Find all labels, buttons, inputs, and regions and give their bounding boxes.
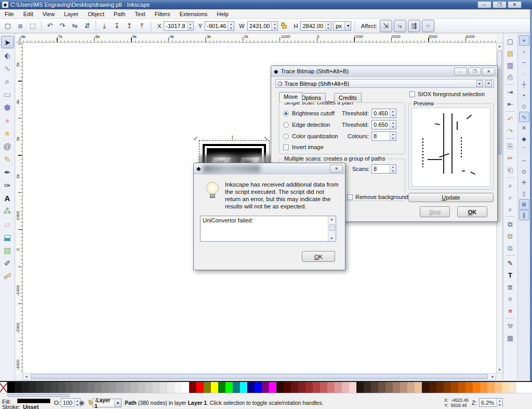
restore-button[interactable]: ❐ — [468, 68, 481, 75]
palette-swatch[interactable] — [80, 382, 87, 393]
scale-handle-n-icon[interactable]: ↕ — [231, 133, 234, 141]
brightness-cutoff-radio[interactable] — [283, 111, 289, 116]
minimize-button[interactable]: – — [454, 68, 467, 75]
select-all-layers-icon[interactable]: ⧈ — [15, 20, 26, 32]
horizontal-ruler[interactable]: -8k-7k-6k-5k-4k-3k-2k-100001000200030004… — [16, 34, 496, 43]
stop-button[interactable]: Stop — [420, 206, 450, 217]
vscroll-thumb[interactable] — [497, 50, 502, 154]
new-document-icon[interactable]: ▢ — [504, 35, 516, 47]
palette-swatch[interactable] — [73, 382, 80, 393]
text-font-dialog-icon[interactable]: T — [504, 269, 516, 281]
palette-swatch[interactable] — [131, 382, 138, 393]
menu-filters[interactable]: Filters — [150, 10, 175, 18]
snap-guides-icon[interactable]: ∥ — [519, 210, 529, 220]
rotate-ccw-icon[interactable]: ↶ — [44, 20, 56, 32]
open-document-icon[interactable]: ▤ — [504, 47, 516, 59]
menu-extensions[interactable]: Extensions — [175, 10, 212, 18]
deselect-icon[interactable]: ⬚ — [27, 20, 38, 32]
fill-stroke-dialog-icon[interactable]: ✎ — [504, 257, 516, 269]
ellipse-tool-icon[interactable]: ● — [1, 114, 14, 126]
palette-swatch[interactable] — [160, 382, 167, 393]
palette-swatch[interactable] — [102, 382, 109, 393]
trace-panel-header[interactable]: ❍ Trace Bitmap (Shift+Alt+B) ▸ ✕ — [275, 79, 494, 88]
palette-swatch[interactable] — [458, 382, 466, 393]
menu-edit[interactable]: Edit — [19, 10, 38, 18]
palette-swatch[interactable] — [378, 382, 385, 393]
scans-spinner[interactable]: 8▴▾ — [371, 164, 396, 174]
calligraphy-tool-icon[interactable]: ✑ — [1, 179, 14, 191]
script-output-textarea[interactable]: UniConvertor failed: ▲ ▼ — [200, 216, 336, 242]
palette-swatch[interactable] — [22, 382, 29, 393]
layer-dropdown[interactable]: -Layer 1 ▼ — [92, 399, 122, 407]
zoom-to-selection-icon[interactable]: ⌕ — [504, 179, 516, 191]
palette-swatch[interactable] — [29, 382, 36, 393]
palette-swatch[interactable] — [0, 382, 7, 393]
ta-scroll-thumb[interactable] — [329, 225, 335, 231]
rotate-cw-icon[interactable]: ↷ — [57, 20, 68, 32]
siox-checkbox[interactable] — [409, 91, 415, 97]
snap-smooth-nodes-icon[interactable]: ⌒ — [519, 144, 529, 155]
palette-swatch[interactable] — [451, 382, 458, 393]
import-image-icon[interactable]: ⇥ — [504, 86, 516, 98]
snap-nodes-icon[interactable]: ◇ — [519, 101, 529, 111]
threshold2-spinner[interactable]: 0.650▴▾ — [371, 120, 396, 129]
pencil-tool-icon[interactable]: ✎ — [1, 153, 14, 165]
snap-bbox-centers-icon[interactable]: ▪ — [519, 90, 529, 100]
zoom-to-drawing-icon[interactable]: ⌕ — [504, 191, 516, 203]
scroll-left-icon[interactable]: ◄ — [23, 374, 29, 379]
horizontal-scrollbar[interactable]: ◄ ► — [23, 373, 496, 380]
palette-swatch[interactable] — [145, 382, 153, 393]
palette-swatch[interactable] — [44, 382, 51, 393]
fill-swatch[interactable] — [17, 399, 50, 403]
height-field[interactable]: 2842.00▴▾ — [300, 21, 331, 31]
palette-swatch[interactable] — [175, 382, 182, 393]
width-field[interactable]: 2431.00▴▾ — [247, 21, 278, 31]
text-tool-icon[interactable]: A — [1, 192, 14, 204]
snap-rotation-centers-icon[interactable]: ✛ — [519, 177, 529, 188]
snap-bbox-edge-midpoints-icon[interactable]: ┼ — [519, 79, 529, 89]
palette-swatch[interactable] — [189, 382, 196, 393]
spiral-tool-icon[interactable]: @ — [1, 140, 14, 152]
palette-swatch[interactable] — [349, 382, 356, 393]
palette-swatch[interactable] — [196, 382, 204, 393]
snap-enable-icon[interactable]: ⌖ — [519, 35, 529, 46]
remove-background-checkbox[interactable] — [347, 194, 353, 200]
spinner-arrows[interactable]: ▴▾ — [390, 132, 396, 140]
preferences-icon[interactable]: ⚒ — [504, 320, 516, 332]
spinner-arrows[interactable]: ▴▾ — [187, 22, 193, 30]
snap-bbox-edges-icon[interactable]: ┄ — [519, 57, 529, 68]
print-document-icon[interactable]: ⎙ — [504, 71, 516, 83]
palette-swatch[interactable] — [509, 382, 516, 393]
scroll-up-icon[interactable]: ▲ — [497, 43, 502, 49]
palette-swatch[interactable] — [487, 382, 495, 393]
palette-swatch[interactable] — [342, 382, 349, 393]
modal-ok-button[interactable]: OK — [302, 251, 335, 262]
palette-swatch[interactable] — [466, 382, 473, 393]
scroll-up-icon[interactable]: ▲ — [329, 216, 335, 222]
palette-swatch[interactable] — [204, 382, 211, 393]
palette-swatch[interactable] — [167, 382, 175, 393]
palette-swatch[interactable] — [313, 382, 320, 393]
scroll-right-icon[interactable]: ► — [490, 374, 496, 379]
units-dropdown[interactable]: px▼ — [333, 21, 351, 31]
palette-swatch[interactable] — [400, 382, 407, 393]
redo-icon[interactable]: ↷ — [504, 125, 516, 137]
palette-swatch[interactable] — [7, 382, 15, 393]
vertical-ruler[interactable]: 5k4k3k2k10000-1000-2000-3000 — [16, 43, 23, 373]
palette-swatch[interactable] — [276, 382, 284, 393]
hscroll-thumb[interactable] — [31, 374, 488, 379]
dropdown-arrow-icon[interactable]: ▼ — [344, 22, 351, 30]
lower-icon[interactable]: ↧ — [111, 20, 123, 32]
paint-bucket-tool-icon[interactable]: ⬓ — [1, 231, 14, 243]
selector-tool-icon[interactable]: ➤ — [1, 36, 14, 48]
menu-text[interactable]: Text — [130, 10, 150, 18]
palette-swatch[interactable] — [320, 382, 327, 393]
scroll-down-icon[interactable]: ▼ — [329, 235, 335, 241]
snap-cusp-nodes-icon[interactable]: ◆ — [519, 134, 529, 144]
x-field[interactable]: -1017.8▴▾ — [164, 21, 193, 31]
palette-swatch[interactable] — [335, 382, 342, 393]
menu-layer[interactable]: Layer — [59, 10, 83, 18]
edge-detection-radio[interactable] — [283, 122, 289, 128]
palette-swatch[interactable] — [364, 382, 371, 393]
palette-swatch[interactable] — [495, 382, 502, 393]
